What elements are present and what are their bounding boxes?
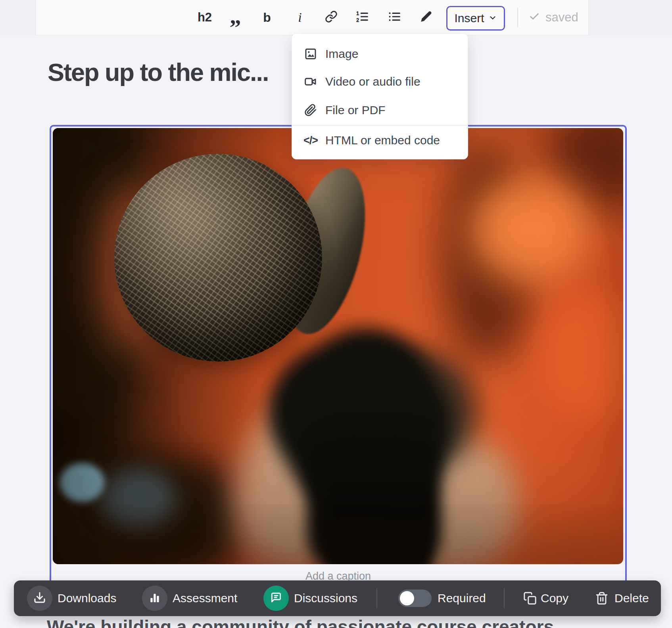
trash-icon[interactable] — [595, 592, 609, 605]
menu-item-label: File or PDF — [325, 103, 386, 117]
italic-button[interactable]: i — [289, 6, 311, 29]
highlight-button[interactable] — [415, 6, 437, 29]
code-icon: </> — [304, 134, 317, 147]
discussions-button[interactable] — [263, 586, 289, 611]
toolbar-divider — [504, 588, 505, 609]
ordered-list-icon: 12 — [356, 10, 369, 25]
heading-2-button[interactable]: h2 — [194, 6, 216, 29]
svg-text:1: 1 — [356, 11, 359, 16]
link-icon — [325, 10, 338, 25]
assessment-button[interactable] — [142, 586, 167, 611]
toolbar-divider — [517, 8, 518, 27]
insert-menu: Image Video or audio file File or PDF </… — [292, 33, 468, 159]
menu-item-html-embed[interactable]: </> HTML or embed code — [292, 126, 468, 154]
required-label: Required — [438, 592, 486, 605]
chevron-down-icon — [488, 11, 497, 25]
block-settings-toolbar: Downloads Assessment Discussions Require… — [14, 580, 661, 616]
image-icon — [304, 47, 317, 61]
download-icon — [33, 591, 46, 605]
insert-button-label: Insert — [454, 11, 484, 25]
lesson-title[interactable]: Step up to the mic... — [48, 58, 269, 86]
paperclip-icon — [304, 103, 317, 117]
save-status: saved — [529, 0, 578, 35]
delete-label[interactable]: Delete — [614, 592, 649, 605]
bold-button[interactable]: b — [256, 6, 278, 29]
downloads-button[interactable] — [27, 586, 52, 611]
lesson-body-text[interactable]: We're building a community of passionate… — [47, 616, 554, 628]
video-icon — [304, 75, 317, 88]
chat-icon — [270, 591, 282, 605]
link-button[interactable] — [320, 6, 342, 29]
bullet-list-icon — [388, 10, 401, 25]
required-toggle[interactable] — [398, 590, 432, 607]
bar-chart-icon — [148, 591, 161, 605]
photo-vignette — [53, 128, 623, 564]
svg-text:2: 2 — [356, 17, 359, 23]
menu-separator — [292, 125, 468, 126]
menu-item-label: HTML or embed code — [325, 134, 440, 147]
editor-toolbar: h2 ” b i 12 Insert saved — [36, 0, 589, 35]
lesson-image[interactable] — [53, 128, 623, 564]
menu-item-label: Video or audio file — [325, 75, 420, 88]
bullet-list-button[interactable] — [383, 6, 405, 29]
check-icon — [529, 11, 540, 24]
copy-icon[interactable] — [523, 592, 537, 605]
downloads-label[interactable]: Downloads — [58, 592, 116, 605]
menu-item-file-pdf[interactable]: File or PDF — [292, 96, 468, 124]
blockquote-button[interactable]: ” — [224, 6, 246, 39]
pencil-icon — [420, 10, 432, 25]
insert-dropdown-button[interactable]: Insert — [446, 6, 505, 31]
discussions-label[interactable]: Discussions — [294, 592, 357, 605]
ordered-list-button[interactable]: 12 — [351, 6, 373, 29]
saved-label: saved — [545, 10, 578, 25]
menu-item-image[interactable]: Image — [292, 40, 468, 68]
toolbar-divider — [376, 588, 377, 609]
menu-item-label: Image — [325, 47, 358, 61]
menu-item-video-audio[interactable]: Video or audio file — [292, 68, 468, 96]
assessment-label[interactable]: Assessment — [173, 592, 237, 605]
copy-label[interactable]: Copy — [541, 592, 568, 605]
toggle-knob — [400, 591, 414, 605]
